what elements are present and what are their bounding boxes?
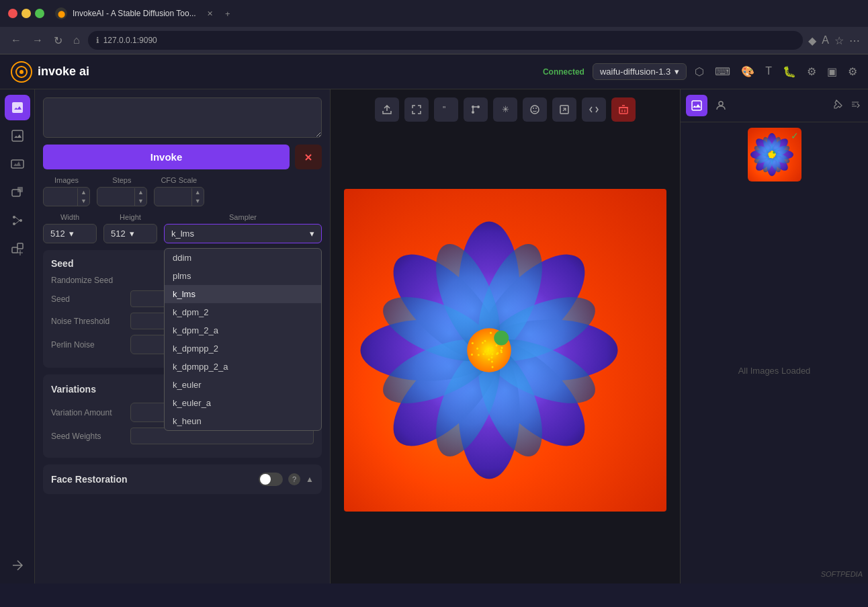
maximize-window-button[interactable]: □ [35,9,44,18]
extensions-icon[interactable]: ◆ [808,34,816,47]
close-window-button[interactable]: ✕ [8,9,17,18]
app-container: invoke ai Connected waifu-diffusion-1.3 … [0,54,868,583]
sampler-option-kdpmpp2a[interactable]: k_dpmpp_2_a [165,358,321,376]
svg-rect-3 [12,130,23,141]
svg-rect-26 [692,101,701,110]
sampler-option-klms[interactable]: k_lms [165,285,321,303]
invoke-row: Invoke [43,145,322,169]
noise-threshold-label: Noise Threshold [51,317,125,326]
face-restoration-toggle[interactable] [259,473,283,486]
profile-icon[interactable]: A [822,34,829,47]
sidebar-item-txt2img[interactable] [5,95,30,120]
dimension-sampler-row: Width 512 ▾ Height 512 ▾ Sampler [43,213,322,243]
sampler-option-kheun[interactable]: k_heun [165,412,321,430]
sampler-option-keulera[interactable]: k_euler_a [165,394,321,412]
svg-point-7 [13,216,15,218]
seed-weights-label: Seed Weights [51,432,125,441]
width-select[interactable]: 512 ▾ [43,224,97,243]
right-panel: ✓ All Images Loaded SOFTPEDIA [680,89,868,583]
images-label: Images [43,176,90,184]
sampler-option-keuler[interactable]: k_euler [165,376,321,394]
github-icon[interactable]: ⚙ [807,65,816,78]
sampler-chevron: ▾ [310,229,314,239]
gallery-tab[interactable] [686,95,707,116]
prompt-input[interactable] [43,97,322,138]
sampler-select[interactable]: k_lms ▾ [164,224,322,243]
app-header: invoke ai Connected waifu-diffusion-1.3 … [0,54,868,89]
generated-image [344,189,666,512]
sampler-option-kdpmpp2[interactable]: k_dpmpp_2 [165,339,321,358]
star-icon[interactable]: ☆ [834,34,844,47]
forward-button[interactable]: → [30,33,46,48]
quote-button[interactable]: " [434,97,458,122]
cfg-input[interactable]: 7.5 [155,188,191,206]
model-selector[interactable]: waifu-diffusion-1.3 ▾ [593,63,687,80]
sidebar-item-merge[interactable] [5,553,30,578]
menu-icon[interactable]: ⋯ [849,34,860,47]
share-button[interactable] [375,97,399,122]
steps-input[interactable]: 20 [97,188,134,206]
tab-title: InvokeAI - A Stable Diffusion Too... [73,9,196,18]
emoji-button[interactable] [523,97,547,122]
variation-amount-label: Variation Amount [51,408,125,417]
trash-button[interactable] [611,97,636,122]
expand-button[interactable] [404,97,429,122]
resize-button[interactable] [552,97,576,122]
code-button[interactable] [582,97,606,122]
face-restoration-header: Face Restoration ? ▲ [51,473,314,486]
svg-point-9 [13,222,15,225]
height-select[interactable]: 512 ▾ [103,224,157,243]
home-button[interactable]: ⌂ [71,33,83,48]
right-panel-tabs [681,89,868,122]
cancel-button[interactable] [295,145,322,169]
svg-point-27 [719,102,723,106]
images-input[interactable]: 1 [44,188,77,206]
url-box[interactable]: ℹ 127.0.0.1:9090 [88,31,804,50]
reload-button[interactable]: ↻ [51,33,65,48]
face-restoration-help-icon[interactable]: ? [288,473,300,485]
cfg-increment[interactable]: ▲ [192,188,204,197]
sidebar-item-unified[interactable] [5,151,30,177]
discord-icon[interactable]: ▣ [827,65,837,78]
sampler-option-plms[interactable]: plms [165,267,321,285]
pin-icon[interactable] [830,97,845,114]
bug-icon[interactable]: 🐛 [783,65,796,78]
invoke-button[interactable]: Invoke [43,145,290,169]
main-content: Invoke Images 1 ▲ ▼ [0,89,868,583]
svg-rect-25 [619,108,627,114]
face-restoration-title: Face Restoration [51,474,253,485]
sidebar-item-inpaint[interactable] [5,179,30,205]
model-manager-icon[interactable]: ⬡ [695,65,704,78]
steps-increment[interactable]: ▲ [135,188,146,197]
images-increment[interactable]: ▲ [78,188,89,197]
keyboard-icon[interactable]: ⌨ [715,65,730,78]
sampler-option-ddim[interactable]: ddim [165,249,321,267]
svg-line-10 [15,217,19,220]
minimize-window-button[interactable]: – [21,9,31,18]
app-logo: invoke ai [11,61,89,83]
width-value: 512 [50,229,65,239]
sidebar-item-upscale[interactable] [5,236,30,261]
target-icon[interactable] [848,97,863,114]
branch-button[interactable] [464,97,488,122]
left-sidebar [0,89,35,583]
palette-icon[interactable]: 🎨 [741,65,754,78]
sidebar-item-img2img[interactable] [5,123,30,149]
sampler-option-kdpm2a[interactable]: k_dpm_2_a [165,321,321,339]
face-restoration-chevron[interactable]: ▲ [306,475,314,484]
steps-decrement[interactable]: ▼ [135,197,146,206]
settings-icon[interactable]: ⚙ [848,65,857,78]
tab-close-icon[interactable]: ✕ [207,9,213,18]
images-decrement[interactable]: ▼ [78,197,89,206]
new-tab-button[interactable]: + [218,4,237,23]
svg-point-1 [19,70,24,74]
sidebar-item-node[interactable] [5,208,30,233]
thumbnail-check-icon: ✓ [791,130,799,141]
sampler-option-kdpm2[interactable]: k_dpm_2 [165,303,321,321]
text-icon[interactable]: T [765,65,772,78]
cfg-decrement[interactable]: ▼ [192,197,204,206]
width-chevron: ▾ [69,229,74,239]
person-tab[interactable] [710,95,732,116]
back-button[interactable]: ← [8,33,24,48]
asterisk-button[interactable]: ✳ [493,97,517,122]
